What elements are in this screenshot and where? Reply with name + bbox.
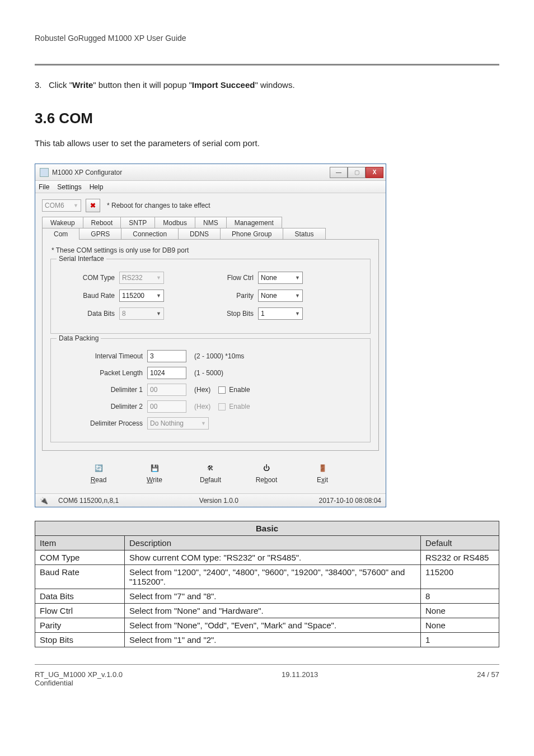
tab-management[interactable]: Management: [226, 217, 282, 228]
table-row: COM Type Show current COM type: "RS232" …: [35, 550, 499, 565]
tab-com[interactable]: Com: [42, 228, 79, 240]
enable-label-1: Enable: [229, 386, 250, 394]
checkbox-enable-delimiter-1[interactable]: Enable: [218, 386, 250, 394]
cell-def: 8: [421, 589, 499, 604]
select-parity[interactable]: None▼: [258, 290, 303, 302]
db9-note: * These COM settings is only use for DB9…: [51, 246, 371, 254]
footer-date: 19.11.2013: [282, 670, 318, 687]
footer-doc-id: RT_UG_M1000 XP_v.1.0.0: [35, 670, 123, 679]
col-description: Description: [125, 536, 421, 550]
footer-rule: [35, 664, 499, 665]
status-time: 2017-10-10 08:08:04: [319, 497, 381, 505]
cell-desc: Show current COM type: "RS232" or "RS485…: [125, 550, 421, 565]
exit-button[interactable]: 🚪 Exit: [305, 461, 340, 484]
com-type-value: RS232: [122, 274, 143, 282]
tab-sntp[interactable]: SNTP: [120, 217, 155, 228]
table-row: Data Bits Select from "7" and "8". 8: [35, 589, 499, 604]
label-delimiter-1: Delimiter 1: [59, 386, 143, 394]
section-heading-3-6: 3.6 COM: [35, 110, 499, 127]
bottom-toolbar: 🔄 Read 💾 Write 🛠 Default ⏻ Reboot 🚪: [42, 461, 379, 484]
menu-file[interactable]: File: [39, 183, 49, 191]
app-icon: [40, 168, 49, 177]
label-delimiter-process: Delimiter Process: [59, 419, 143, 427]
tab-gprs[interactable]: GPRS: [79, 228, 121, 240]
stop-bits-value: 1: [261, 310, 265, 318]
maximize-button[interactable]: ▢: [348, 167, 366, 178]
input-delimiter-1: 00: [147, 384, 186, 396]
select-delimiter-process: Do Nothing▼: [147, 417, 209, 430]
col-item: Item: [35, 536, 125, 550]
label-stop-bits: Stop Bits: [186, 310, 254, 318]
delimiter-process-value: Do Nothing: [150, 419, 184, 427]
menu-settings[interactable]: Settings: [57, 183, 81, 191]
table-row: Baud Rate Select from "1200", "2400", "4…: [35, 565, 499, 589]
enable-label-2: Enable: [229, 403, 250, 410]
tabs-top-row: Wakeup Reboot SNTP Modbus NMS Management: [42, 217, 379, 228]
cell-item: Baud Rate: [35, 565, 125, 589]
basic-table: Basic Item Description Default COM Type …: [35, 521, 499, 647]
section-intro: This tab allows user to set the paramete…: [35, 138, 499, 148]
tab-nms[interactable]: NMS: [195, 217, 227, 228]
status-port: COM6 115200,n,8,1: [58, 497, 119, 505]
default-button[interactable]: 🛠 Default: [193, 461, 228, 484]
default-icon: 🛠: [203, 461, 218, 475]
table-row: Parity Select from "None", "Odd", "Even"…: [35, 618, 499, 633]
table-row: Stop Bits Select from "1" and "2". 1: [35, 633, 499, 647]
group-title-serial: Serial Interface: [57, 255, 106, 263]
status-version: Version 1.0.0: [199, 497, 238, 505]
window-title: M1000 XP Configurator: [52, 169, 330, 176]
cell-desc: Select from "None", "Odd", "Even", "Mark…: [125, 618, 421, 633]
menubar: File Settings Help: [35, 181, 386, 193]
cell-item: Parity: [35, 618, 125, 633]
col-default: Default: [421, 536, 499, 550]
label-com-type: COM Type: [59, 274, 115, 282]
doc-header: Robustel GoRugged M1000 XP User Guide: [35, 34, 499, 45]
reboot-icon: ⏻: [259, 461, 274, 475]
minimize-button[interactable]: —: [330, 167, 348, 178]
exit-icon: 🚪: [315, 461, 330, 475]
tab-ddns[interactable]: DDNS: [178, 228, 221, 240]
input-interval-timeout[interactable]: 3: [147, 350, 186, 362]
write-button[interactable]: 💾 Write: [137, 461, 172, 484]
select-baud-rate[interactable]: 115200▼: [119, 290, 164, 302]
tab-connection[interactable]: Connection: [121, 228, 179, 240]
group-data-packing: Data Packing Interval Timeout 3 (2 - 100…: [50, 338, 371, 442]
input-packet-length[interactable]: 1024: [147, 367, 186, 379]
page-footer: RT_UG_M1000 XP_v.1.0.0 Confidential 19.1…: [35, 664, 499, 687]
cell-item: COM Type: [35, 550, 125, 565]
footer-confidential: Confidential: [35, 679, 123, 687]
cell-def: None: [421, 618, 499, 633]
parity-value: None: [261, 292, 277, 300]
cell-item: Stop Bits: [35, 633, 125, 647]
close-button[interactable]: X: [366, 167, 383, 178]
header-rule: [35, 64, 499, 66]
label-delimiter-2: Delimiter 2: [59, 403, 143, 410]
cell-item: Data Bits: [35, 589, 125, 604]
tab-status[interactable]: Status: [283, 228, 325, 240]
reboot-button[interactable]: ⏻ Reboot: [249, 461, 284, 484]
disconnect-button[interactable]: ✖: [86, 199, 100, 212]
select-stop-bits[interactable]: 1▼: [258, 307, 303, 320]
tabs-bottom-row: Com GPRS Connection DDNS Phone Group Sta…: [42, 228, 379, 240]
tab-wakeup[interactable]: Wakeup: [42, 217, 83, 228]
label-flow-ctrl: Flow Ctrl: [186, 274, 254, 282]
hint-packet-length: (1 - 5000): [194, 369, 223, 377]
select-flow-ctrl[interactable]: None▼: [258, 272, 303, 284]
label-packet-length: Packet Length: [59, 369, 143, 377]
com-port-select: COM6▼: [42, 199, 81, 212]
label-interval-timeout: Interval Timeout: [59, 352, 143, 360]
table-title: Basic: [35, 521, 499, 536]
checkbox-enable-delimiter-2: Enable: [218, 403, 250, 410]
hex-label-1: (Hex): [194, 386, 210, 394]
step-3-text: 3. Click "Write" button then it will pop…: [35, 80, 499, 90]
cell-desc: Select from "None" and "Hardware".: [125, 604, 421, 618]
read-button[interactable]: 🔄 Read: [81, 461, 116, 484]
menu-help[interactable]: Help: [90, 183, 104, 191]
tab-reboot[interactable]: Reboot: [83, 217, 121, 228]
label-parity: Parity: [186, 292, 254, 300]
tab-phone-group[interactable]: Phone Group: [220, 228, 283, 240]
tab-modbus[interactable]: Modbus: [154, 217, 195, 228]
select-data-bits: 8▼: [119, 307, 164, 320]
cell-def: RS232 or RS485: [421, 550, 499, 565]
hex-label-2: (Hex): [194, 403, 210, 410]
